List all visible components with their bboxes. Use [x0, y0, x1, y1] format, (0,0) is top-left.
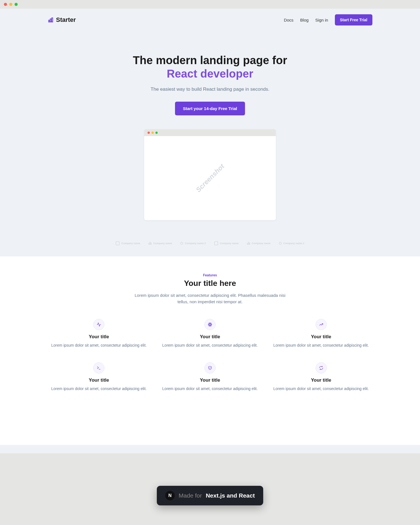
feature-title: Your title — [270, 377, 372, 383]
features-grid: Your title Lorem ipsum dolor sit amet, c… — [48, 319, 372, 392]
feature-desc: Lorem ipsum dolor sit amet, consectetur … — [270, 386, 372, 392]
company-logo: Company name — [214, 241, 239, 245]
features-title: Your title here — [48, 279, 372, 288]
feature-title: Your title — [159, 377, 262, 383]
screenshot-body: Screenshot — [144, 136, 276, 220]
svg-rect-1 — [50, 19, 51, 22]
company-name: Company name — [153, 242, 172, 245]
svg-rect-2 — [52, 18, 53, 22]
company-logo: Company name 2 — [279, 242, 304, 245]
primary-nav: Docs Blog Sign in Start Free Trial — [284, 14, 372, 25]
hero-title-accent: React developer — [167, 67, 253, 80]
shield-check-icon — [204, 362, 216, 374]
window-minimize-icon[interactable] — [9, 3, 12, 6]
features-section: Features Your title here Lorem ipsum dol… — [0, 256, 420, 445]
screenshot-close-icon — [148, 132, 150, 134]
hero-section: The modern landing page for React develo… — [0, 31, 420, 231]
company-name: Company name 2 — [283, 242, 304, 245]
hero-cta-button[interactable]: Start your 14-day Free Trial — [175, 102, 245, 115]
features-eyebrow: Features — [48, 273, 372, 277]
circle-icon — [279, 242, 282, 245]
site-logo[interactable]: Starter — [48, 16, 76, 24]
features-subtitle: Lorem ipsum dolor sit amet, consectetur … — [132, 292, 288, 305]
bottom-strip — [0, 445, 420, 453]
screenshot-minimize-icon — [151, 132, 154, 134]
customer-logos: Company name Company name Company name 2… — [0, 231, 420, 256]
feature-desc: Lorem ipsum dolor sit amet, consectetur … — [159, 342, 262, 348]
square-icon — [214, 241, 218, 245]
feature-card: Your title Lorem ipsum dolor sit amet, c… — [270, 362, 372, 392]
feature-card: Your title Lorem ipsum dolor sit amet, c… — [159, 319, 262, 348]
feature-title: Your title — [159, 334, 262, 340]
terminal-icon — [93, 362, 104, 374]
feature-card: Your title Lorem ipsum dolor sit amet, c… — [270, 319, 372, 348]
screenshot-maximize-icon — [155, 132, 158, 134]
company-name: Company name 2 — [185, 242, 206, 245]
outer-browser-chrome — [0, 0, 420, 9]
feature-title: Your title — [48, 377, 150, 383]
window-close-icon[interactable] — [4, 3, 7, 6]
hero-title: The modern landing page for React develo… — [11, 53, 409, 80]
feature-title: Your title — [48, 334, 150, 340]
svg-rect-0 — [49, 20, 50, 22]
feature-card: Your title Lorem ipsum dolor sit amet, c… — [48, 362, 150, 392]
svg-point-3 — [208, 324, 212, 325]
company-logo: Company name — [148, 242, 172, 245]
logo-text: Starter — [56, 16, 76, 24]
company-name: Company name — [252, 242, 270, 245]
window-maximize-icon[interactable] — [15, 3, 18, 6]
feature-title: Your title — [270, 334, 372, 340]
company-name: Company name — [121, 242, 140, 245]
bars-icon — [148, 242, 151, 245]
activity-icon — [93, 319, 104, 330]
nav-link-signin[interactable]: Sign in — [315, 18, 328, 22]
feature-card: Your title Lorem ipsum dolor sit amet, c… — [48, 319, 150, 348]
company-logo: Company name — [116, 241, 140, 245]
screenshot-watermark: Screenshot — [194, 162, 226, 194]
feature-desc: Lorem ipsum dolor sit amet, consectetur … — [270, 342, 372, 348]
feature-desc: Lorem ipsum dolor sit amet, consectetur … — [48, 342, 150, 348]
hero-subtitle: The easiest way to build React landing p… — [11, 87, 409, 92]
nav-link-blog[interactable]: Blog — [300, 18, 309, 22]
company-logo: Company name — [247, 242, 270, 245]
hero-title-line1: The modern landing page for — [133, 54, 287, 66]
hero-screenshot-frame: Screenshot — [144, 129, 276, 220]
company-logo: Company name 2 — [180, 242, 206, 245]
company-name: Company name — [220, 242, 239, 245]
nav-link-docs[interactable]: Docs — [284, 18, 293, 22]
refresh-icon — [316, 362, 327, 374]
feature-desc: Lorem ipsum dolor sit amet, consectetur … — [159, 386, 262, 392]
start-free-trial-button[interactable]: Start Free Trial — [335, 14, 372, 25]
bars-icon — [247, 242, 250, 245]
bar-chart-icon — [48, 17, 54, 23]
feature-card: Your title Lorem ipsum dolor sit amet, c… — [159, 362, 262, 392]
atom-icon — [204, 319, 216, 330]
circle-icon — [180, 242, 183, 245]
trending-up-icon — [316, 319, 327, 330]
square-icon — [116, 241, 120, 245]
screenshot-chrome — [144, 129, 276, 136]
page-content: Starter Docs Blog Sign in Start Free Tri… — [0, 9, 420, 453]
site-header: Starter Docs Blog Sign in Start Free Tri… — [0, 9, 420, 31]
feature-desc: Lorem ipsum dolor sit amet, consectetur … — [48, 386, 150, 392]
